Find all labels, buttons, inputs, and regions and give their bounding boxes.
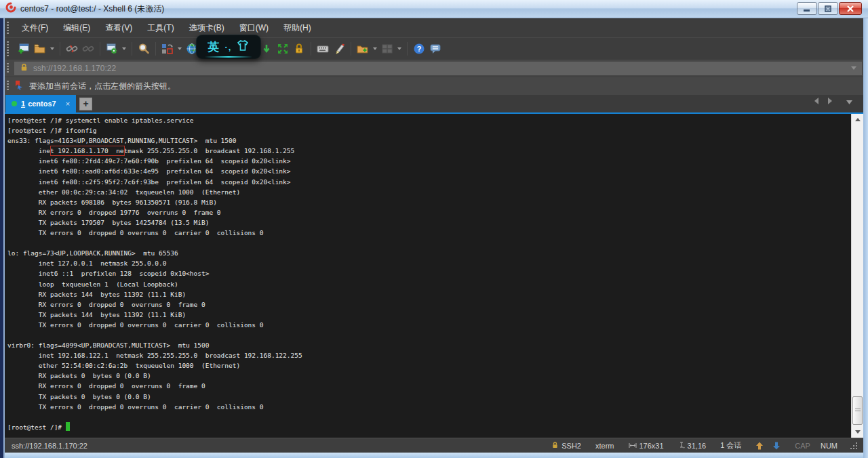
new-session-tab-button[interactable] <box>355 41 371 57</box>
menu-help[interactable]: 帮助(H) <box>276 20 319 37</box>
addressbar-grip[interactable] <box>7 63 9 73</box>
terminal-output: [root@test /]# systemctl enable iptables… <box>5 114 851 432</box>
minimize-button[interactable] <box>797 2 817 15</box>
status-terminal-type: xterm <box>591 442 619 450</box>
status-num-lock: NUM <box>816 442 842 450</box>
open-session-button[interactable] <box>32 41 48 57</box>
add-session-flag-icon[interactable] <box>14 80 24 93</box>
new-session-tab-dropdown[interactable] <box>371 41 379 57</box>
address-dropdown-icon[interactable] <box>851 66 856 70</box>
ime-skin-icon[interactable] <box>237 40 249 54</box>
status-url: ssh://192.168.1.170:22 <box>12 442 87 450</box>
ssh-lock-icon <box>551 441 559 451</box>
terminal-cursor <box>66 422 70 431</box>
tab-connected-dot <box>12 101 17 106</box>
layout-button[interactable] <box>379 41 395 57</box>
highlighter-pen-button[interactable] <box>331 41 347 57</box>
terminal-area: [root@test /]# systemctl enable iptables… <box>5 114 863 438</box>
address-lock-icon <box>20 62 28 75</box>
address-field[interactable]: ssh://192.168.1.170:22 <box>14 62 862 75</box>
tab-title: centos7 <box>28 100 56 108</box>
window-border-right <box>863 18 868 458</box>
scroll-down-arrow-icon[interactable] <box>768 442 785 450</box>
menu-file[interactable]: 文件(F) <box>14 20 56 37</box>
lock-screen-button[interactable] <box>291 41 307 57</box>
status-session-count: 1 会话 <box>715 440 746 451</box>
status-cursor-position: 31,16 <box>673 442 711 450</box>
tab-centos7[interactable]: 1 centos7 × <box>5 95 76 112</box>
tab-bar: 1 centos7 × + <box>5 95 863 114</box>
menu-edit[interactable]: 编辑(E) <box>56 20 98 37</box>
tab-scroll-left-icon[interactable] <box>814 95 819 107</box>
open-session-dropdown[interactable] <box>48 41 56 57</box>
notice-bar: 要添加当前会话，点击左侧的箭头按钮。 <box>5 77 863 95</box>
menu-tools[interactable]: 工具(T) <box>140 20 181 37</box>
scroll-up-arrow-icon[interactable] <box>751 442 768 450</box>
app-icon <box>5 2 16 16</box>
menu-view[interactable]: 查看(V) <box>98 20 140 37</box>
menu-tab[interactable]: 选项卡(B) <box>182 20 232 37</box>
session-properties-button[interactable] <box>104 41 120 57</box>
window-title: centos7 - root@test:/ - Xshell 6 (未激活) <box>20 3 164 15</box>
reconnect-button[interactable] <box>80 41 96 57</box>
toolbar-separator <box>60 42 60 56</box>
compose-bar-dropdown[interactable] <box>176 41 184 57</box>
tab-number: 1 <box>21 100 25 108</box>
ime-punctuation-button[interactable]: ·, <box>225 42 232 52</box>
toolbar-separator <box>100 42 100 56</box>
new-tab-button[interactable]: + <box>79 98 92 110</box>
menu-window[interactable]: 窗口(W) <box>232 20 276 37</box>
ime-popup: 英 ·, <box>197 35 260 58</box>
virtual-keyboard-button[interactable] <box>315 41 331 57</box>
tab-close-icon[interactable]: × <box>66 100 70 108</box>
menubar-grip[interactable] <box>7 22 9 34</box>
menu-bar: 文件(F) 编辑(E) 查看(V) 工具(T) 选项卡(B) 窗口(W) 帮助(… <box>5 18 863 37</box>
scrollbar-down-button[interactable] <box>852 426 863 438</box>
status-screen-size: 176x31 <box>624 442 669 450</box>
notice-text: 要添加当前会话，点击左侧的箭头按钮。 <box>29 81 176 92</box>
fullscreen-button[interactable] <box>275 41 291 57</box>
toolbar-grip[interactable] <box>7 41 9 56</box>
feedback-chat-button[interactable] <box>427 41 443 57</box>
ime-language-mode-button[interactable]: 英 <box>208 39 220 55</box>
disconnect-button[interactable] <box>64 41 80 57</box>
cursor-position-icon <box>678 442 685 450</box>
ip-highlight-box <box>50 146 125 156</box>
toolbar-separator <box>407 42 408 56</box>
session-properties-dropdown[interactable] <box>120 41 128 57</box>
find-button[interactable] <box>136 41 152 57</box>
toolbar-separator <box>351 42 351 56</box>
scrollbar-up-button[interactable] <box>852 114 863 125</box>
noticebar-grip[interactable] <box>7 81 9 91</box>
titlebar: centos7 - root@test:/ - Xshell 6 (未激活) <box>0 0 868 18</box>
status-bar: ssh://192.168.1.170:22 SSH2 xterm 176x31… <box>5 438 863 453</box>
compose-bar-button[interactable] <box>159 41 176 57</box>
terminal-scrollbar[interactable] <box>851 114 863 438</box>
tab-scroll-right-icon[interactable] <box>827 95 833 107</box>
close-button[interactable] <box>839 2 862 15</box>
window-border-bottom <box>5 453 863 458</box>
help-button[interactable]: ? <box>411 41 427 57</box>
scrollbar-thumb[interactable] <box>852 396 863 425</box>
xshell-window: centos7 - root@test:/ - Xshell 6 (未激活) 文… <box>0 0 868 458</box>
tab-list-dropdown-icon[interactable] <box>846 95 852 107</box>
screen-size-icon <box>629 442 637 450</box>
restore-button[interactable] <box>818 2 838 15</box>
toolbar-separator <box>311 42 311 56</box>
status-protocol: SSH2 <box>547 441 586 451</box>
layout-dropdown[interactable] <box>395 41 403 57</box>
toolbar-separator <box>155 42 156 56</box>
address-bar: ssh://192.168.1.170:22 <box>5 60 863 77</box>
toolbar: ? <box>5 37 863 60</box>
status-caps-lock: CAP <box>790 442 815 450</box>
terminal-screen[interactable]: [root@test /]# systemctl enable iptables… <box>5 114 851 438</box>
input-language-arrow-icon[interactable] <box>258 41 275 57</box>
address-url: ssh://192.168.1.170:22 <box>33 64 116 73</box>
toolbar-separator <box>132 42 132 56</box>
resize-grip[interactable] <box>850 442 858 450</box>
new-session-button[interactable] <box>16 41 32 57</box>
svg-text:?: ? <box>417 45 422 53</box>
